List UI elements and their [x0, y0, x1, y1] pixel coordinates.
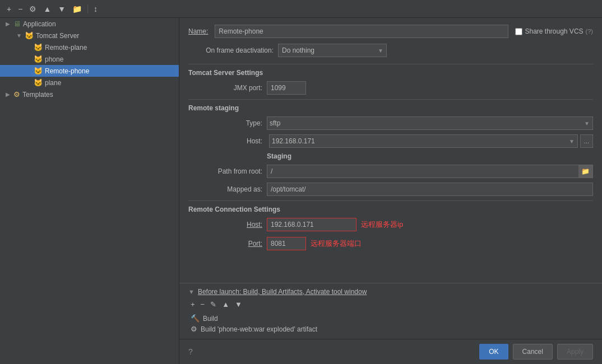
name-input[interactable]	[215, 25, 508, 38]
bottom-bar: ? OK Cancel Apply	[179, 339, 602, 364]
port-input[interactable]	[267, 237, 306, 250]
sidebar-item-label: phone	[45, 55, 63, 63]
launch-add-button[interactable]: +	[188, 299, 197, 310]
remote-phone-icon: 🐱	[34, 67, 43, 75]
divider-3	[188, 200, 593, 201]
remote-host-label: Host:	[188, 221, 267, 228]
application-icon: 🖥	[13, 20, 21, 28]
port-row: Port: 远程服务器端口	[188, 237, 593, 250]
help-button[interactable]: ?	[188, 347, 193, 356]
sidebar-item-label: Remote-phone	[45, 67, 89, 75]
vcs-checkbox[interactable]	[515, 28, 522, 35]
path-from-root-row: Path from root: 📁	[188, 165, 593, 178]
staging-subtitle: Staging	[267, 152, 593, 160]
sidebar-item-phone[interactable]: 🐱 phone	[0, 53, 179, 65]
tree-arrow-tomcat: ▼	[16, 32, 22, 39]
remote-host-annotation: 远程服务器ip	[361, 220, 403, 230]
right-panel: Name: Share through VCS (?) On frame dea…	[179, 18, 602, 364]
type-row: Type: sftp ftp ▼	[188, 116, 593, 130]
name-label: Name:	[188, 27, 208, 35]
tomcat-section-title: Tomcat Server Settings	[188, 69, 593, 77]
staging-host-label: Host:	[188, 137, 267, 145]
vcs-help-icon: (?)	[586, 28, 593, 35]
folder-button[interactable]: 📁	[70, 3, 84, 15]
sidebar: ▶ 🖥 Application ▼ 🐱 Tomcat Server 🐱 Remo…	[0, 18, 179, 364]
settings-button[interactable]: ⚙	[27, 3, 39, 15]
toolbar: + − ⚙ ▲ ▼ 📁 ↕	[0, 0, 602, 18]
launch-item-artifact-label: Build 'phone-web:war exploded' artifact	[201, 325, 317, 333]
sidebar-item-templates[interactable]: ▶ ⚙ Templates	[0, 88, 179, 100]
sidebar-item-application[interactable]: ▶ 🖥 Application	[0, 18, 179, 30]
add-button[interactable]: +	[4, 3, 13, 15]
tree-arrow-remote-plane	[25, 44, 31, 50]
before-launch-header: ▼ Before launch: Build, Build Artifacts,…	[188, 288, 593, 296]
build-hammer-icon: 🔨	[191, 314, 200, 323]
jmx-port-input[interactable]	[267, 81, 306, 95]
sidebar-item-plane[interactable]: 🐱 plane	[0, 77, 179, 88]
divider-2	[188, 99, 593, 100]
artifact-gear-icon: ⚙	[191, 325, 197, 333]
launch-remove-button[interactable]: −	[198, 299, 207, 310]
on-frame-select-wrap: Do nothing Update classes Update classes…	[278, 44, 387, 57]
tree-arrow-remote-phone	[25, 68, 31, 74]
remote-connection-title: Remote Connection Settings	[188, 206, 593, 213]
port-label: Port:	[188, 240, 267, 248]
mapped-as-row: Mapped as:	[188, 183, 593, 196]
path-folder-button[interactable]: 📁	[578, 165, 593, 178]
apply-button[interactable]: Apply	[557, 344, 593, 360]
tree-arrow-phone	[25, 56, 31, 62]
staging-host-row: Host: 192.168.0.171 ▼ ...	[188, 134, 593, 148]
port-annotation: 远程服务器端口	[311, 239, 362, 249]
staging-host-select[interactable]: 192.168.0.171	[269, 134, 578, 148]
config-content: Name: Share through VCS (?) On frame dea…	[179, 18, 602, 283]
type-label: Type:	[188, 119, 267, 127]
launch-down-button[interactable]: ▼	[233, 299, 244, 310]
on-frame-select[interactable]: Do nothing Update classes Update classes…	[278, 44, 387, 57]
sort-button[interactable]: ↕	[91, 3, 100, 15]
before-launch-arrow-icon: ▼	[188, 288, 195, 295]
launch-edit-button[interactable]: ✎	[208, 299, 219, 310]
move-up-button[interactable]: ▲	[41, 3, 53, 15]
path-input-wrapper: 📁	[267, 165, 593, 178]
move-down-button[interactable]: ▼	[55, 3, 68, 15]
remote-staging-title: Remote staging	[188, 104, 593, 112]
sidebar-item-tomcat-server[interactable]: ▼ 🐱 Tomcat Server	[0, 30, 179, 41]
vcs-check: Share through VCS (?)	[515, 27, 593, 35]
ok-button[interactable]: OK	[479, 344, 508, 360]
jmx-port-label: JMX port:	[188, 84, 267, 92]
sidebar-item-remote-plane[interactable]: 🐱 Remote-plane	[0, 41, 179, 53]
mapped-as-label: Mapped as:	[188, 185, 267, 193]
sidebar-item-label: plane	[45, 79, 61, 87]
on-frame-row: On frame deactivation: Do nothing Update…	[188, 44, 593, 57]
on-frame-label: On frame deactivation:	[188, 46, 278, 54]
name-row: Name: Share through VCS (?)	[188, 25, 593, 38]
sidebar-item-remote-phone[interactable]: 🐱 Remote-phone	[0, 65, 179, 77]
sidebar-item-label: Application	[23, 20, 56, 28]
mapped-as-input[interactable]	[267, 183, 593, 196]
tree-arrow-templates: ▶	[4, 91, 11, 97]
cancel-button[interactable]: Cancel	[513, 344, 553, 360]
sidebar-item-label: Remote-plane	[45, 44, 87, 52]
path-from-root-input[interactable]	[267, 165, 593, 178]
divider-1	[188, 64, 593, 64]
type-select-wrap: sftp ftp ▼	[267, 116, 593, 130]
launch-toolbar: + − ✎ ▲ ▼	[188, 299, 593, 310]
bottom-right: OK Cancel Apply	[479, 344, 593, 360]
staging-host-select-wrap: 192.168.0.171 ▼	[269, 134, 578, 148]
launch-up-button[interactable]: ▲	[220, 299, 231, 310]
sidebar-item-label: Tomcat Server	[36, 32, 79, 40]
sidebar-item-label: Templates	[22, 91, 53, 99]
before-launch-title: Before launch: Build, Build Artifacts, A…	[198, 288, 367, 296]
plane-icon: 🐱	[34, 78, 43, 87]
templates-icon: ⚙	[13, 90, 20, 99]
before-launch-section: ▼ Before launch: Build, Build Artifacts,…	[179, 283, 602, 339]
remove-button[interactable]: −	[16, 3, 25, 15]
jmx-port-row: JMX port:	[188, 81, 593, 95]
remote-host-input[interactable]	[267, 218, 356, 231]
tomcat-icon: 🐱	[25, 31, 34, 40]
launch-item-artifact: ⚙ Build 'phone-web:war exploded' artifac…	[188, 324, 593, 334]
staging-host-browse-button[interactable]: ...	[580, 134, 593, 148]
type-select[interactable]: sftp ftp	[267, 116, 593, 130]
launch-item-build-label: Build	[203, 315, 218, 323]
launch-item-build: 🔨 Build	[188, 313, 593, 324]
